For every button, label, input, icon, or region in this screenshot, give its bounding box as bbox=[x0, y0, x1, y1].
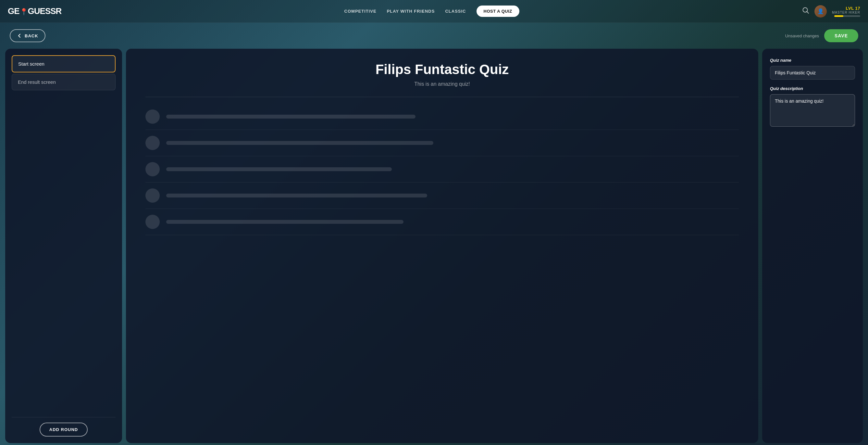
quiz-description-textarea[interactable]: This is an amazing quiz! bbox=[770, 94, 855, 127]
level-info: LVL 17 MASTER HIKER bbox=[832, 6, 860, 17]
search-icon[interactable] bbox=[802, 7, 809, 16]
logo-guessr: GUESSR bbox=[28, 6, 62, 16]
header: GE📍GUESSR COMPETITIVE PLAY WITH FRIENDS … bbox=[0, 0, 868, 23]
quiz-subtitle: This is an amazing quiz! bbox=[414, 81, 470, 87]
placeholder-bar bbox=[166, 141, 433, 145]
host-quiz-button[interactable]: HOST A QUIZ bbox=[476, 5, 519, 17]
level-text: LVL 17 bbox=[846, 6, 860, 11]
placeholder-row bbox=[146, 182, 739, 209]
back-button[interactable]: BACK bbox=[10, 29, 45, 42]
unsaved-changes-text: Unsaved changes bbox=[785, 33, 819, 38]
end-result-screen-item[interactable]: End result screen bbox=[12, 74, 116, 90]
start-screen-item[interactable]: Start screen bbox=[12, 55, 116, 72]
logo-geo: GE bbox=[8, 6, 20, 16]
placeholder-circle bbox=[146, 188, 160, 203]
end-result-screen-label: End result screen bbox=[18, 79, 56, 85]
placeholder-circle bbox=[146, 215, 160, 229]
placeholder-circle bbox=[146, 136, 160, 150]
center-divider bbox=[146, 97, 739, 97]
center-panel: Filips Funtastic Quiz This is an amazing… bbox=[126, 49, 758, 443]
placeholder-circle bbox=[146, 162, 160, 176]
quiz-name-input[interactable] bbox=[770, 66, 855, 80]
main-content: Start screen End result screen ADD ROUND… bbox=[0, 49, 868, 445]
nav-classic[interactable]: CLASSIC bbox=[445, 9, 466, 13]
placeholder-bar bbox=[166, 115, 415, 119]
add-round-button[interactable]: ADD ROUND bbox=[40, 423, 88, 437]
placeholder-row bbox=[146, 103, 739, 130]
placeholder-row bbox=[146, 130, 739, 156]
quiz-title: Filips Funtastic Quiz bbox=[376, 62, 509, 77]
logo[interactable]: GE📍GUESSR bbox=[8, 6, 61, 16]
placeholder-row bbox=[146, 209, 739, 235]
header-right: 👤 LVL 17 MASTER HIKER bbox=[802, 5, 860, 18]
placeholder-bar bbox=[166, 220, 403, 224]
avatar[interactable]: 👤 bbox=[814, 5, 827, 18]
left-panel: Start screen End result screen ADD ROUND bbox=[5, 49, 122, 443]
placeholder-bar bbox=[166, 194, 427, 198]
quiz-name-label: Quiz name bbox=[770, 58, 855, 63]
left-panel-spacer bbox=[12, 92, 116, 412]
placeholder-rows bbox=[146, 103, 739, 235]
nav-competitive[interactable]: COMPETITIVE bbox=[344, 9, 376, 13]
logo-pin-icon: 📍 bbox=[20, 8, 28, 15]
left-panel-divider-line bbox=[12, 417, 116, 417]
main-nav: COMPETITIVE PLAY WITH FRIENDS CLASSIC HO… bbox=[74, 5, 789, 17]
level-title: MASTER HIKER bbox=[832, 11, 860, 14]
start-screen-label: Start screen bbox=[18, 61, 44, 67]
sub-header: BACK Unsaved changes SAVE bbox=[0, 23, 868, 49]
placeholder-row bbox=[146, 156, 739, 182]
level-bar-fill bbox=[834, 15, 843, 17]
placeholder-circle bbox=[146, 110, 160, 124]
quiz-description-label: Quiz description bbox=[770, 86, 855, 91]
svg-line-1 bbox=[807, 12, 809, 13]
nav-play-with-friends[interactable]: PLAY WITH FRIENDS bbox=[387, 9, 435, 13]
save-button[interactable]: SAVE bbox=[824, 29, 858, 42]
placeholder-bar bbox=[166, 167, 392, 171]
back-label: BACK bbox=[25, 33, 38, 38]
level-bar bbox=[834, 15, 860, 17]
logo-text: GE📍GUESSR bbox=[8, 6, 61, 16]
right-panel: Quiz name Quiz description This is an am… bbox=[762, 49, 863, 443]
save-area: Unsaved changes SAVE bbox=[785, 29, 858, 42]
